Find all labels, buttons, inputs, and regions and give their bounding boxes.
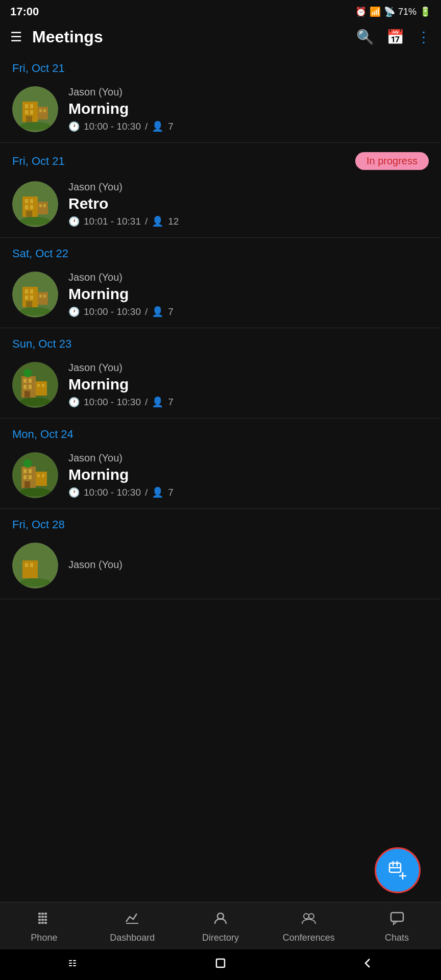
nav-item-conferences[interactable]: Conferences (278, 911, 339, 943)
search-icon[interactable]: 🔍 (356, 29, 374, 45)
svg-rect-90 (73, 965, 76, 966)
avatar (12, 272, 58, 317)
attendees-icon: 👤 (152, 486, 164, 498)
svg-rect-16 (30, 205, 33, 209)
bottom-nav: Phone Dashboard Directory (0, 902, 441, 949)
more-options-icon[interactable]: ⋮ (416, 29, 431, 45)
svg-rect-5 (30, 110, 33, 114)
svg-point-56 (20, 488, 51, 496)
svg-rect-86 (69, 963, 72, 964)
svg-rect-77 (38, 922, 41, 924)
svg-point-44 (20, 398, 51, 406)
svg-rect-4 (25, 110, 28, 114)
svg-rect-70 (44, 913, 47, 915)
meeting-group-3: Sun, Oct 23 (0, 328, 441, 419)
svg-rect-52 (36, 472, 47, 486)
date-label-2: Sat, Oct 22 (0, 238, 441, 264)
svg-rect-76 (44, 919, 47, 921)
clock-icon: 🕐 (68, 216, 80, 227)
svg-rect-36 (29, 379, 32, 383)
svg-rect-26 (25, 296, 28, 300)
meeting-name: Morning (68, 100, 429, 117)
svg-rect-89 (73, 963, 76, 964)
calendar-icon[interactable]: 📅 (386, 29, 404, 45)
svg-point-83 (309, 914, 314, 919)
meeting-organizer: Jason (You) (68, 181, 429, 193)
home-button[interactable] (213, 956, 228, 973)
meeting-organizer: Jason (You) (68, 452, 429, 464)
attendees-icon: 👤 (152, 120, 164, 132)
meeting-info-1: Jason (You) Retro 🕐 10:01 - 10:31 / 👤 12 (68, 181, 429, 227)
nav-item-chats[interactable]: Chats (366, 911, 428, 943)
nav-item-dashboard[interactable]: Dashboard (102, 911, 163, 943)
attendees-icon: 👤 (152, 306, 164, 317)
list-item[interactable]: Jason (You) Morning 🕐 10:00 - 10:30 / 👤 … (0, 445, 441, 508)
svg-rect-79 (44, 922, 47, 924)
add-meeting-button[interactable] (375, 847, 421, 893)
svg-rect-18 (38, 202, 48, 214)
svg-rect-73 (44, 916, 47, 918)
directory-icon (213, 911, 228, 929)
svg-point-21 (20, 217, 51, 225)
svg-rect-28 (26, 301, 32, 307)
recent-apps-button[interactable] (66, 956, 81, 973)
list-item[interactable]: Jason (You) Morning 🕐 10:00 - 10:30 / 👤 … (0, 79, 441, 142)
svg-rect-9 (43, 109, 46, 112)
svg-rect-54 (42, 474, 44, 477)
svg-point-43 (23, 369, 32, 377)
dashboard-icon (125, 911, 140, 929)
meeting-meta: 🕐 10:00 - 10:30 / 👤 7 (68, 306, 429, 317)
svg-rect-30 (39, 295, 42, 298)
svg-rect-3 (30, 104, 33, 108)
meeting-info-5: Jason (You) (68, 559, 429, 573)
nav-item-phone[interactable]: Phone (13, 911, 75, 943)
battery-indicator: 71% (398, 7, 416, 17)
in-progress-badge: In progress (355, 152, 429, 170)
svg-rect-17 (26, 211, 32, 217)
avatar (12, 543, 58, 589)
svg-rect-37 (23, 385, 27, 389)
svg-rect-2 (25, 104, 28, 108)
hamburger-menu-button[interactable]: ☰ (10, 29, 22, 45)
svg-rect-85 (69, 960, 72, 961)
list-item[interactable]: Jason (You) Morning 🕐 10:00 - 10:30 / 👤 … (0, 264, 441, 328)
meeting-organizer: Jason (You) (68, 362, 429, 374)
date-label-3: Sun, Oct 23 (0, 328, 441, 355)
svg-point-32 (20, 307, 51, 315)
list-item[interactable]: Jason (You) (0, 535, 441, 599)
svg-rect-39 (24, 391, 30, 398)
svg-rect-8 (39, 109, 42, 112)
nav-label-chats: Chats (385, 933, 409, 943)
svg-rect-41 (37, 384, 40, 387)
meeting-meta: 🕐 10:00 - 10:30 / 👤 7 (68, 396, 429, 408)
svg-rect-31 (43, 295, 46, 298)
clock-icon: 🕐 (68, 306, 80, 317)
svg-rect-25 (30, 289, 33, 293)
meeting-group-4: Mon, Oct 24 (0, 419, 441, 509)
svg-rect-75 (41, 919, 44, 921)
meeting-info-0: Jason (You) Morning 🕐 10:00 - 10:30 / 👤 … (68, 86, 429, 132)
meeting-name: Retro (68, 195, 429, 212)
meeting-group-5: Fri, Oct 28 Jason (You) (0, 509, 441, 599)
back-button[interactable] (360, 956, 375, 973)
svg-rect-7 (38, 107, 48, 119)
list-item[interactable]: Jason (You) Retro 🕐 10:01 - 10:31 / 👤 12 (0, 174, 441, 237)
meeting-info-3: Jason (You) Morning 🕐 10:00 - 10:30 / 👤 … (68, 362, 429, 408)
meeting-meta: 🕐 10:00 - 10:30 / 👤 7 (68, 486, 429, 498)
date-label-0: Fri, Oct 21 (0, 53, 441, 79)
svg-rect-71 (38, 916, 41, 918)
svg-rect-15 (25, 205, 28, 209)
svg-rect-49 (23, 475, 27, 479)
list-item[interactable]: Jason (You) Morning 🕐 10:00 - 10:30 / 👤 … (0, 355, 441, 418)
meeting-organizer: Jason (You) (68, 559, 429, 571)
svg-rect-42 (42, 384, 44, 387)
meeting-name: Morning (68, 376, 429, 393)
svg-rect-14 (30, 199, 33, 203)
attendees-icon: 👤 (152, 396, 164, 408)
svg-point-82 (304, 914, 309, 919)
nav-label-directory: Directory (202, 933, 239, 943)
svg-rect-78 (41, 922, 44, 924)
svg-rect-48 (29, 469, 32, 473)
status-bar: 17:00 ⏰ 📶 📡 71% 🔋 (0, 0, 441, 21)
nav-item-directory[interactable]: Directory (190, 911, 251, 943)
